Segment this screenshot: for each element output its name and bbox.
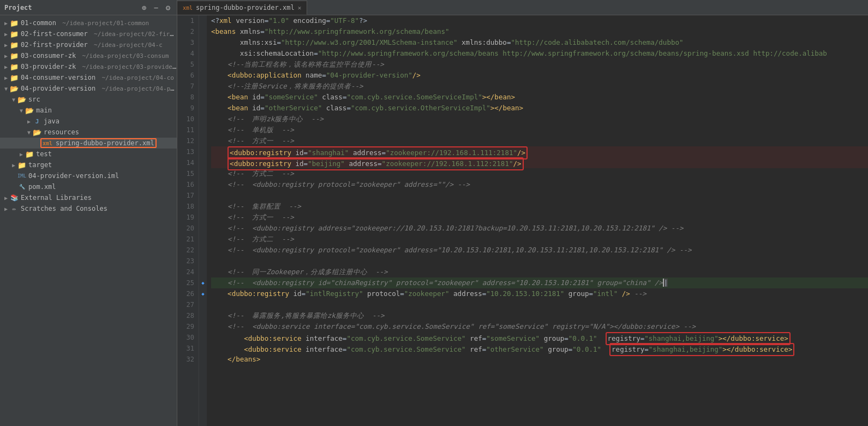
sidebar-item-external-libraries[interactable]: ▶ 📚 External Libraries [0, 192, 177, 203]
code-line-12: <!-- 方式一 --> [211, 135, 868, 146]
sidebar-header-icons: ⊕ − ⚙ [140, 3, 172, 12]
bookmark-col: ◆ ◆ [199, 15, 207, 426]
ln-1: 1 [182, 15, 194, 26]
ln-6: 6 [182, 70, 194, 81]
sidebar-item-04-provider-version[interactable]: ▼ 📂 04-provider-version ~/idea-project/0… [0, 83, 177, 94]
code-line-21: <!-- 方式二 --> [211, 234, 868, 245]
sidebar-item-01-common[interactable]: ▶ 📁 01-common ~/idea-project/01-common [0, 17, 177, 28]
code-line-2: <beans xmlns="http://www.springframework… [211, 26, 868, 37]
ln-9: 9 [182, 103, 194, 114]
ln-20: 20 [182, 223, 194, 234]
bm-27 [199, 299, 207, 310]
ln-28: 28 [182, 310, 194, 321]
editor-content[interactable]: 1 2 3 4 5 6 7 8 9 10 11 12 13 14 15 16 1… [177, 15, 868, 426]
ln-22: 22 [182, 245, 194, 256]
sidebar-item-scratches-consoles[interactable]: ▶ ✏ Scratches and Consoles [0, 203, 177, 214]
code-line-9: <bean id="otherService" class="com.cyb.s… [211, 103, 868, 114]
sidebar-item-test[interactable]: ▶ 📁 test [0, 149, 177, 159]
expand-arrow: ▶ [2, 31, 10, 37]
code-line-31: <dubbo:service interface="com.cyb.servic… [211, 343, 868, 354]
sidebar-item-main[interactable]: ▼ 📂 main [0, 105, 177, 116]
module-icon: 📁 [10, 73, 19, 82]
gear-icon[interactable]: ⚙ [164, 3, 172, 12]
module-icon: 📁 [10, 19, 19, 27]
sidebar-title: Project [4, 4, 140, 11]
sidebar-item-03-provider-zk[interactable]: ▶ 📁 03-provider-zk ~/idea-project/03-pro… [0, 61, 177, 72]
ln-30: 30 [182, 332, 194, 343]
bm-1 [199, 15, 207, 26]
sidebar-item-pom[interactable]: 🔧 pom.xml [0, 181, 177, 192]
code-line-5: <!--当前工程名称，该名称将在监控平台使用--> [211, 59, 868, 70]
bm-14 [199, 157, 207, 168]
expand-arrow: ▶ [2, 53, 10, 59]
sidebar-item-xml-file[interactable]: xml spring-dubbo-provider.xml [0, 138, 177, 149]
earth-icon[interactable]: ⊕ [140, 3, 148, 12]
ln-32: 32 [182, 354, 194, 365]
ln-14: 14 [182, 157, 194, 168]
module-icon: 📁 [10, 62, 19, 71]
expand-arrow: ▶ [2, 64, 10, 70]
ln-27: 27 [182, 299, 194, 310]
scratches-icon: ✏ [10, 204, 19, 213]
bm-20 [199, 223, 207, 234]
ln-15: 15 [182, 168, 194, 179]
library-icon: 📚 [10, 193, 19, 202]
code-line-6: <dubbo:application name="04-provider-ver… [211, 70, 868, 81]
code-line-26: <dubbo:registry id="intlRegistry" protoc… [211, 288, 868, 299]
bm-2 [199, 26, 207, 37]
module-icon: 📂 [10, 84, 19, 93]
sidebar-item-02-first-consumer[interactable]: ▶ 📁 02-first-consumer ~/idea-project/02-… [0, 28, 177, 39]
expand-arrow: ▶ [2, 42, 10, 48]
bm-24 [199, 267, 207, 277]
ln-4: 4 [182, 48, 194, 59]
sidebar-header: Project ⊕ − ⚙ [0, 0, 177, 15]
module-icon: 📁 [10, 40, 19, 49]
bm-28 [199, 310, 207, 321]
expand-arrow: ▼ [10, 97, 17, 103]
close-tab-icon[interactable]: ✕ [298, 4, 302, 11]
java-icon: J [33, 117, 41, 126]
item-label: 04-provider-version ~/idea-project/04-pr… [21, 85, 177, 92]
bm-10 [199, 114, 207, 125]
code-line-22: <!-- <dubbo:registry protocol="zookeeper… [211, 245, 868, 256]
ln-11: 11 [182, 125, 194, 135]
editor-tab-xml[interactable]: xml spring-dubbo-provider.xml ✕ [177, 1, 307, 15]
ln-19: 19 [182, 212, 194, 223]
expand-arrow: ▼ [17, 108, 25, 114]
code-line-7: <!--注册Service，将来服务的提供者--> [211, 81, 868, 92]
item-label: test [36, 150, 52, 158]
sidebar-item-02-first-provider[interactable]: ▶ 📁 02-first-provider ~/idea-project/04-… [0, 39, 177, 50]
bm-22 [199, 245, 207, 256]
bm-29 [199, 321, 207, 332]
code-line-23 [211, 256, 868, 267]
item-label: 03-consumer-zk ~/idea-project/03-consum [21, 52, 169, 60]
bm-13 [199, 146, 207, 157]
bm-32 [199, 354, 207, 365]
pom-icon: 🔧 [17, 182, 26, 191]
code-line-17 [211, 190, 868, 201]
sidebar-item-src[interactable]: ▼ 📂 src [0, 94, 177, 105]
sidebar-item-resources[interactable]: ▼ 📂 resources [0, 127, 177, 138]
ln-3: 3 [182, 37, 194, 48]
collapse-icon[interactable]: − [152, 3, 160, 12]
bm-16 [199, 179, 207, 190]
code-area[interactable]: <?xml version="1.0" encoding="UTF-8"?> <… [207, 15, 868, 426]
folder-icon: 📁 [25, 150, 34, 158]
code-line-20: <!-- <dubbo:registry address="zookeeper:… [211, 223, 868, 234]
expand-arrow: ▶ [2, 206, 10, 212]
code-line-25: <!-- <dubbo:registry id="chinaRegistry" … [211, 277, 868, 288]
sidebar-item-iml[interactable]: IML 04-provider-version.iml [0, 170, 177, 181]
ln-5: 5 [182, 59, 194, 70]
sidebar-item-04-consumer-version[interactable]: ▶ 📁 04-consumer-version ~/idea-project/0… [0, 72, 177, 83]
item-label: target [28, 161, 52, 169]
sidebar-item-03-consumer-zk[interactable]: ▶ 📁 03-consumer-zk ~/idea-project/03-con… [0, 50, 177, 61]
editor-panel: xml spring-dubbo-provider.xml ✕ 1 2 3 4 … [177, 0, 868, 426]
ln-8: 8 [182, 92, 194, 103]
sidebar-item-java[interactable]: ▶ J java [0, 116, 177, 127]
expand-arrow: ▶ [10, 162, 17, 168]
bm-3 [199, 37, 207, 48]
sidebar-item-target[interactable]: ▶ 📁 target [0, 159, 177, 170]
code-line-3: xmlns:xsi="http://www.w3.org/2001/XMLSch… [211, 37, 868, 48]
code-line-4: xsi:schemaLocation="http://www.springfra… [211, 48, 868, 59]
bm-26: ◆ [199, 288, 207, 299]
